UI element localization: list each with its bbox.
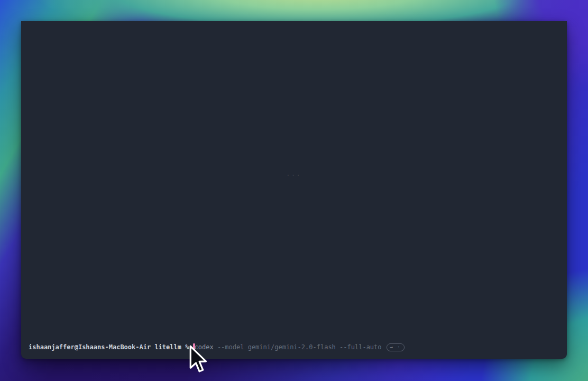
prompt-directory: litellm — [154, 343, 181, 351]
terminal-window[interactable]: ... ishaanjaffer@Ishaans-MacBook-Airlite… — [21, 21, 567, 359]
desktop-wallpaper: ... ishaanjaffer@Ishaans-MacBook-Airlite… — [0, 0, 588, 381]
command-autosuggestion: --model gemini/gemini-2.0-flash --full-a… — [217, 343, 382, 351]
autosuggest-accept-key-hint: → · — [387, 343, 405, 351]
terminal-prompt-line[interactable]: ishaanjaffer@Ishaans-MacBook-Airlitellm%… — [29, 343, 562, 351]
prompt-user-host: ishaanjaffer@Ishaans-MacBook-Air — [29, 343, 151, 351]
command-typed: codex — [195, 343, 214, 351]
prompt-symbol: % — [185, 343, 189, 351]
terminal-ghost-ellipsis: ... — [287, 170, 302, 177]
